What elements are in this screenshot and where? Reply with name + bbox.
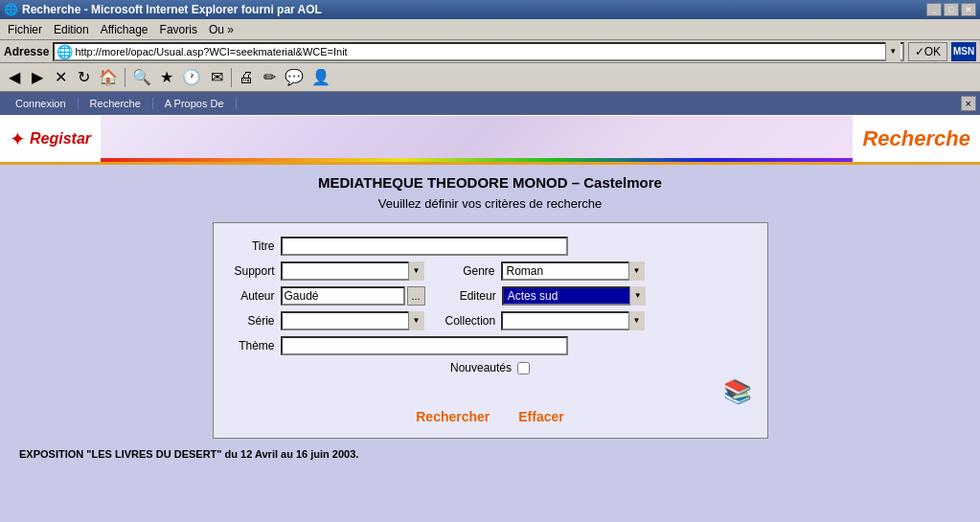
logo-star-icon: ✦: [10, 127, 26, 150]
header-banner-stripe: [101, 158, 853, 162]
separator-1: [125, 68, 125, 87]
nav-recherche[interactable]: Recherche: [79, 98, 153, 109]
editeur-select[interactable]: Actes sud: [502, 286, 646, 306]
titre-label: Titre: [229, 239, 275, 253]
support-genre-row: Support Genre Roman: [229, 261, 752, 281]
menu-fichier[interactable]: Fichier: [2, 22, 48, 37]
discuss-button[interactable]: 💬: [282, 65, 307, 90]
editeur-group: Editeur Actes sud: [446, 286, 646, 306]
auteur-editeur-row: Auteur ... Editeur Actes sud: [229, 286, 752, 306]
msn-icon: MSN: [951, 42, 976, 61]
logo-area: ✦ Registar: [10, 127, 91, 150]
nav-bar: Connexion Recherche A Propos De ×: [0, 92, 980, 115]
menu-edition[interactable]: Edition: [48, 22, 95, 37]
search-prompt: Veuillez définir vos critères de recherc…: [19, 196, 961, 211]
globe-icon: 🌐: [57, 44, 73, 59]
collection-group: Collection: [445, 311, 645, 330]
collection-select-wrap: [501, 311, 645, 330]
genre-label: Genre: [445, 264, 495, 278]
editeur-select-wrap: Actes sud: [502, 286, 646, 306]
genre-select-wrap: Roman: [501, 261, 645, 281]
auteur-label: Auteur: [229, 289, 275, 303]
favorites-button[interactable]: ★: [156, 65, 177, 90]
serie-select-wrap: [281, 311, 424, 330]
serie-select[interactable]: [281, 311, 424, 330]
nav-close-button[interactable]: ×: [961, 96, 976, 111]
auteur-input-wrap: ...: [281, 286, 425, 306]
history-button[interactable]: 🕐: [179, 65, 204, 90]
support-label: Support: [229, 264, 275, 278]
home-button[interactable]: 🏠: [96, 65, 121, 90]
messenger-button[interactable]: 👤: [308, 65, 333, 90]
nav-connexion[interactable]: Connexion: [4, 98, 79, 109]
address-input-wrap[interactable]: 🌐 http://morel/opac/Usual.asp?WCI=seekma…: [53, 42, 903, 61]
window-title: Recherche - Microsoft Internet Explorer …: [22, 3, 322, 16]
logo-text: Registar: [30, 130, 91, 148]
book-icon: 📚: [723, 378, 752, 405]
app-icon: 🌐: [4, 3, 18, 16]
rechercher-button[interactable]: Rechercher: [416, 409, 490, 424]
serie-collection-row: Série Collection: [229, 311, 752, 330]
go-button[interactable]: ✓OK: [908, 42, 947, 61]
editeur-label: Editeur: [446, 289, 496, 303]
edit-button[interactable]: ✏: [259, 65, 280, 90]
menu-affichage[interactable]: Affichage: [95, 22, 154, 37]
menu-favoris[interactable]: Favoris: [154, 22, 203, 37]
collection-select[interactable]: [501, 311, 645, 330]
refresh-button[interactable]: ↻: [73, 65, 94, 90]
auteur-input[interactable]: [281, 286, 405, 306]
nouveautes-checkbox[interactable]: [517, 362, 530, 374]
titre-input[interactable]: [281, 237, 568, 256]
genre-select[interactable]: Roman: [501, 261, 645, 281]
address-label: Adresse: [4, 45, 49, 58]
header-banner: [101, 116, 853, 162]
menu-bar: Fichier Edition Affichage Favoris Ou »: [0, 19, 980, 40]
serie-label: Série: [229, 314, 275, 328]
header-title: Recherche: [862, 126, 970, 151]
toolbar: ◀ ▶ ✕ ↻ 🏠 🔍 ★ 🕐 ✉ 🖨 ✏ 💬 👤: [0, 63, 980, 92]
theme-input[interactable]: [281, 336, 568, 355]
nouveautes-label: Nouveautés: [450, 361, 512, 374]
address-dropdown[interactable]: ▼: [885, 42, 900, 61]
action-row: Rechercher Effacer: [229, 409, 752, 424]
search-button[interactable]: 🔍: [129, 65, 154, 90]
back-button[interactable]: ◀: [4, 65, 25, 90]
title-bar-controls[interactable]: _ □ ×: [926, 3, 976, 16]
main-content: MEDIATHEQUE THEODORE MONOD – Castelmore …: [0, 165, 980, 473]
header-area: ✦ Registar Recherche: [0, 115, 980, 165]
exposition-text: EXPOSITION "LES LIVRES DU DESERT" du 12 …: [19, 444, 961, 464]
effacer-button[interactable]: Effacer: [518, 409, 563, 424]
maximize-button[interactable]: □: [944, 3, 959, 16]
title-bar-left: 🌐 Recherche - Microsoft Internet Explore…: [4, 3, 322, 16]
theme-label: Thème: [229, 339, 275, 352]
nav-right: ×: [961, 96, 976, 111]
theme-row: Thème: [229, 336, 752, 355]
stop-button[interactable]: ✕: [50, 65, 71, 90]
menu-ou[interactable]: Ou »: [203, 22, 239, 37]
support-select-wrap: [281, 261, 424, 281]
library-title: MEDIATHEQUE THEODORE MONOD – Castelmore: [19, 174, 961, 191]
minimize-button[interactable]: _: [926, 3, 942, 16]
book-icon-area: 📚: [229, 378, 752, 405]
collection-label: Collection: [445, 314, 495, 328]
support-select[interactable]: [281, 261, 424, 281]
forward-button[interactable]: ▶: [27, 65, 48, 90]
titre-row: Titre: [229, 237, 752, 256]
nav-apropos[interactable]: A Propos De: [153, 98, 237, 109]
auteur-browse-button[interactable]: ...: [407, 286, 425, 306]
nouveautes-row: Nouveautés: [229, 361, 752, 374]
title-bar: 🌐 Recherche - Microsoft Internet Explore…: [0, 0, 980, 19]
address-bar: Adresse 🌐 http://morel/opac/Usual.asp?WC…: [0, 40, 980, 63]
print-button[interactable]: 🖨: [236, 65, 257, 90]
address-url: http://morel/opac/Usual.asp?WCI=seekmate…: [75, 46, 884, 57]
search-box: Titre Support Genre Roman Auteur: [213, 222, 768, 439]
separator-2: [231, 68, 232, 87]
close-button[interactable]: ×: [961, 3, 976, 16]
genre-group: Genre Roman: [445, 261, 645, 281]
mail-button[interactable]: ✉: [206, 65, 227, 90]
